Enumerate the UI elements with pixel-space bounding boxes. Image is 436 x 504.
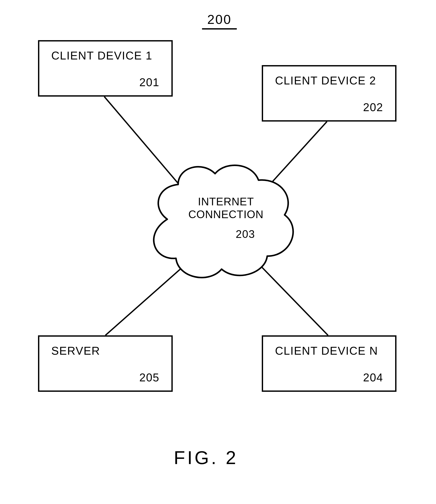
node-client2: CLIENT DEVICE 2 202 [262,65,397,122]
node-clientn-label: CLIENT DEVICE N [275,344,378,357]
cloud-ref: 203 [236,228,255,241]
node-client1: CLIENT DEVICE 1 201 [38,40,173,97]
node-client1-label: CLIENT DEVICE 1 [51,49,152,62]
cloud-label-line2: CONNECTION [188,208,263,221]
node-client2-ref: 202 [363,101,383,114]
svg-line-2 [105,261,190,335]
cloud-label: INTERNET CONNECTION [187,195,265,221]
node-server-ref: 205 [139,371,159,384]
figure-number-underline [202,28,237,29]
figure-caption: FIG. 2 [174,447,238,468]
node-clientn: CLIENT DEVICE N 204 [262,335,397,392]
node-clientn-ref: 204 [363,371,383,384]
svg-line-3 [257,263,328,335]
node-client1-ref: 201 [139,76,159,89]
svg-line-0 [104,97,185,191]
figure-number-text: 200 [207,12,232,27]
cloud-label-line1: INTERNET [198,196,254,208]
node-server: SERVER 205 [38,335,173,392]
diagram-stage: 200 INTERNET CONNECTION 203 CLIENT DEVIC… [0,0,436,504]
node-client2-label: CLIENT DEVICE 2 [275,74,376,87]
svg-line-1 [264,122,327,191]
node-server-label: SERVER [51,344,100,357]
figure-number: 200 [202,12,237,29]
